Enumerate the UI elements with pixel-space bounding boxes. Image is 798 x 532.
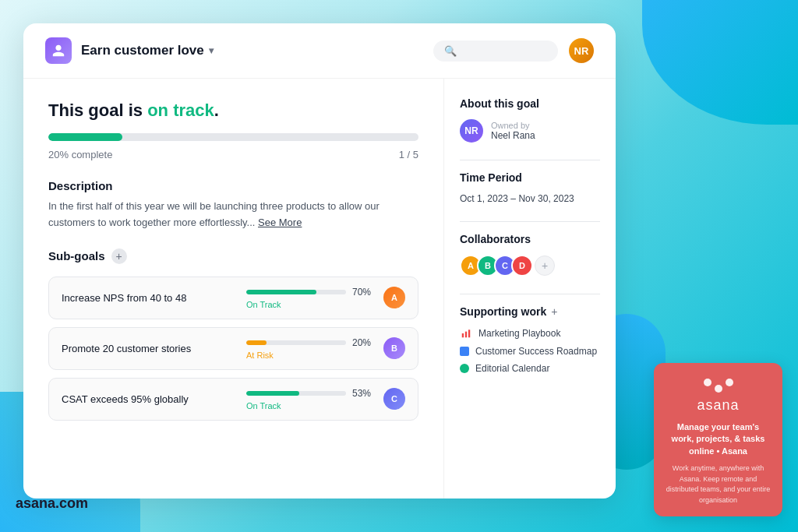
description-text: In the first half of this year we will b… xyxy=(48,199,418,231)
subgoal-progress: 20% At Risk xyxy=(246,337,371,360)
progress-bar-container xyxy=(48,133,418,141)
time-period-value: Oct 1, 2023 – Nov 30, 2023 xyxy=(460,193,600,204)
table-row[interactable]: Increase NPS from 40 to 48 70% On Track … xyxy=(48,277,418,319)
asana-tagline: Manage your team's work, projects, & tas… xyxy=(665,421,772,457)
square-icon xyxy=(460,347,469,356)
subgoal-percent: 70% xyxy=(352,287,371,298)
subgoal-avatar: A xyxy=(383,287,405,308)
table-row[interactable]: Promote 20 customer stories 20% At Risk … xyxy=(48,327,418,370)
search-input[interactable] xyxy=(463,45,547,57)
owner-row: NR Owned by Neel Rana xyxy=(460,119,600,143)
divider xyxy=(460,160,600,160)
subgoal-bar-bg xyxy=(246,340,346,345)
chart-icon xyxy=(460,327,472,340)
owner-avatar: NR xyxy=(460,119,483,143)
header-left: Earn customer love ▾ xyxy=(45,37,214,64)
header-right: 🔍 NR xyxy=(433,38,594,63)
list-item[interactable]: Editorial Calendar xyxy=(460,363,600,374)
asana-dots xyxy=(665,379,772,393)
owner-info: Owned by Neel Rana xyxy=(491,121,535,141)
supporting-item-name: Marketing Playbook xyxy=(478,328,560,339)
divider xyxy=(460,221,600,222)
subgoal-name: CSAT exceeds 95% globally xyxy=(62,393,234,405)
subgoal-status: On Track xyxy=(246,300,281,309)
subgoal-percent: 53% xyxy=(352,388,371,399)
owner-name: Neel Rana xyxy=(491,130,535,141)
main-content: This goal is on track. 20% complete 1 / … xyxy=(23,79,444,499)
subgoal-progress: 70% On Track xyxy=(246,287,371,309)
subgoal-avatar: B xyxy=(383,337,405,359)
collaborator-avatar[interactable]: D xyxy=(511,255,533,277)
search-icon: 🔍 xyxy=(444,45,457,57)
asana-dot xyxy=(704,379,711,386)
add-collaborator-button[interactable]: + xyxy=(535,255,555,276)
list-item[interactable]: Marketing Playbook xyxy=(460,327,600,340)
subgoal-progress: 53% On Track xyxy=(246,388,371,410)
svg-rect-0 xyxy=(462,333,464,337)
supporting-header: Supporting work + xyxy=(460,305,600,318)
user-avatar[interactable]: NR xyxy=(569,38,594,63)
table-row[interactable]: CSAT exceeds 95% globally 53% On Track C xyxy=(48,378,418,421)
subgoal-status: At Risk xyxy=(246,351,274,360)
sidebar: About this goal NR Owned by Neel Rana Ti… xyxy=(444,79,616,499)
asana-sub-text: Work anytime, anywhere with Asana. Keep … xyxy=(665,463,772,506)
collaborators-row: A B C D + xyxy=(460,255,600,277)
collaborators-section: Collaborators A B C D + xyxy=(460,233,600,277)
time-period-section: Time Period Oct 1, 2023 – Nov 30, 2023 xyxy=(460,171,600,204)
asana-ad-card: asana Manage your team's work, projects,… xyxy=(654,363,782,516)
subgoal-percent: 20% xyxy=(352,337,371,348)
progress-label: 20% complete xyxy=(48,149,112,160)
search-box[interactable]: 🔍 xyxy=(433,41,558,62)
add-subgoal-button[interactable]: + xyxy=(111,248,127,264)
subgoal-avatar: C xyxy=(383,388,405,410)
header: Earn customer love ▾ 🔍 NR xyxy=(23,23,616,79)
description-body: In the first half of this year we will b… xyxy=(48,200,380,228)
asana-dot xyxy=(726,379,733,386)
supporting-title: Supporting work xyxy=(460,305,546,318)
svg-rect-2 xyxy=(468,329,470,337)
asana-brand-name: asana xyxy=(665,397,772,414)
status-word: on track xyxy=(147,100,214,120)
progress-labels: 20% complete 1 / 5 xyxy=(48,149,418,160)
goal-title-label: Earn customer love xyxy=(81,43,204,58)
about-section: About this goal NR Owned by Neel Rana xyxy=(460,97,600,143)
asana-url: asana.com xyxy=(16,495,88,512)
circle-icon xyxy=(460,364,469,373)
subgoal-name: Increase NPS from 40 to 48 xyxy=(62,292,234,304)
about-title: About this goal xyxy=(460,97,600,110)
see-more-link[interactable]: See More xyxy=(258,217,302,228)
supporting-item-name: Editorial Calendar xyxy=(475,363,549,374)
supporting-item-name: Customer Success Roadmap xyxy=(475,346,597,357)
supporting-work-section: Supporting work + Marketing Playbook Cus… xyxy=(460,305,600,374)
background-blob-top-right xyxy=(642,0,798,125)
svg-rect-1 xyxy=(465,332,467,338)
subgoal-name: Promote 20 customer stories xyxy=(62,343,234,354)
goal-icon xyxy=(45,37,72,64)
description-label: Description xyxy=(48,179,418,192)
main-card: Earn customer love ▾ 🔍 NR This goal is o… xyxy=(23,23,616,499)
add-supporting-button[interactable]: + xyxy=(551,305,557,318)
avatar-initials: NR xyxy=(574,45,589,57)
goal-title-text[interactable]: Earn customer love ▾ xyxy=(81,43,214,58)
subgoal-status: On Track xyxy=(246,401,281,410)
progress-bar-fill xyxy=(48,133,122,141)
owned-by-label: Owned by xyxy=(491,121,535,130)
subgoals-header: Sub-goals + xyxy=(48,248,418,264)
subgoal-bar-fill xyxy=(246,340,267,345)
subgoal-bar-bg xyxy=(246,290,346,294)
chevron-down-icon: ▾ xyxy=(209,45,214,56)
divider xyxy=(460,294,600,294)
progress-fraction: 1 / 5 xyxy=(399,149,418,160)
subgoals-label: Sub-goals xyxy=(48,249,105,262)
subgoal-bar-fill xyxy=(246,391,299,396)
collaborators-title: Collaborators xyxy=(460,233,600,245)
time-period-title: Time Period xyxy=(460,171,600,184)
status-prefix: This goal is xyxy=(48,100,147,120)
content-area: This goal is on track. 20% complete 1 / … xyxy=(23,79,616,499)
status-suffix: . xyxy=(214,100,219,120)
asana-dot xyxy=(715,385,722,393)
goal-status-heading: This goal is on track. xyxy=(48,100,418,121)
list-item[interactable]: Customer Success Roadmap xyxy=(460,346,600,357)
subgoal-bar-fill xyxy=(246,290,316,294)
subgoal-bar-bg xyxy=(246,391,346,396)
